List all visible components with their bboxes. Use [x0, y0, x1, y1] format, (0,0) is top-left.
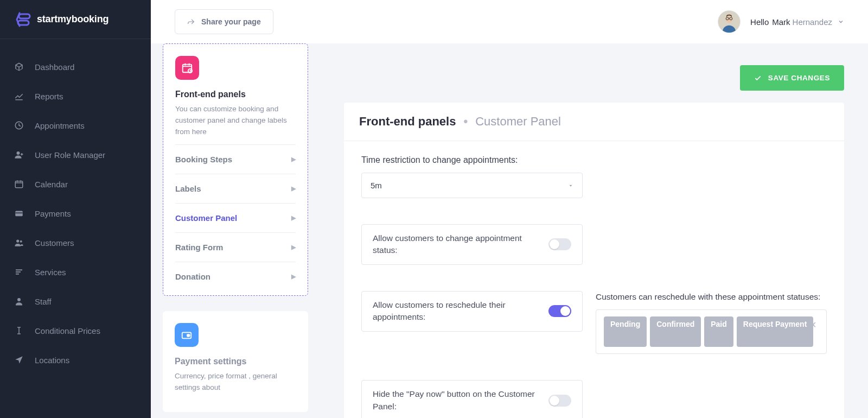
sidebar-item-label: Locations: [35, 356, 69, 365]
brand-icon: [15, 11, 33, 28]
greeting: Hello Mark Hernandez: [750, 17, 844, 27]
sidebar-item-customers[interactable]: Customers: [0, 228, 151, 257]
payment-card-title: Payment settings: [175, 357, 296, 366]
reschedule-statuses-tags[interactable]: PendingConfirmedPaidRequest Payment✕: [596, 309, 827, 354]
sidebar-item-reports[interactable]: Reports: [0, 81, 151, 111]
settings-item-labels[interactable]: Labels▶: [175, 174, 296, 203]
sidebar-item-label: Calendar: [35, 180, 68, 189]
frontend-card-icon: [175, 56, 199, 80]
cursor-icon: [14, 326, 24, 335]
wallet-icon: [14, 208, 24, 218]
clear-tags-icon[interactable]: ✕: [809, 320, 816, 330]
toggle-reschedule: Allow customers to reschedule their appo…: [361, 291, 583, 332]
svg-rect-2: [15, 181, 23, 188]
breadcrumb-dot-icon: •: [463, 115, 468, 129]
breadcrumb-sub: Customer Panel: [475, 115, 561, 129]
reschedule-statuses-label: Customers can reschedule with these appo…: [596, 291, 827, 303]
topbar: Share your page Hello Mark Hernandez: [151, 0, 868, 43]
settings-item-label: Labels: [175, 184, 201, 193]
toggle-reschedule-switch[interactable]: [548, 305, 571, 317]
status-tag[interactable]: Paid: [704, 316, 733, 347]
user-plus-icon: [14, 150, 24, 160]
settings-item-label: Booking Steps: [175, 155, 232, 164]
toggle-change-status-label: Allow customers to change appointment st…: [373, 232, 538, 257]
sidebar-item-staff[interactable]: Staff: [0, 287, 151, 316]
status-tag[interactable]: Request Payment: [737, 316, 813, 347]
main: Share your page Hello Mark Hernandez: [151, 0, 868, 418]
time-restriction-select[interactable]: 5m: [361, 173, 583, 198]
svg-rect-25: [187, 334, 190, 337]
chart-icon: [14, 91, 24, 101]
location-icon: [14, 355, 24, 365]
settings-item-label: Rating Form: [175, 243, 223, 252]
caret-right-icon: ▶: [291, 244, 296, 251]
share-page-button[interactable]: Share your page: [175, 9, 273, 34]
save-changes-button[interactable]: SAVE CHANGES: [740, 65, 844, 91]
caret-right-icon: ▶: [291, 156, 296, 163]
sidebar-item-label: Payments: [35, 209, 71, 218]
brand-logo[interactable]: startmybooking: [0, 0, 151, 39]
caret-right-icon: ▶: [291, 273, 296, 280]
payment-card-desc: Currency, price format , general setting…: [175, 371, 296, 394]
frontend-card-title: Front-end panels: [175, 90, 296, 99]
sidebar-item-label: Conditional Prices: [35, 326, 100, 335]
breadcrumb-main: Front-end panels: [359, 115, 456, 129]
toggle-hide-paynow: Hide the "Pay now" button on the Custome…: [361, 380, 583, 418]
caret-right-icon: ▶: [291, 185, 296, 192]
sidebar: startmybooking DashboardReportsAppointme…: [0, 0, 151, 418]
content: Front-end panels You can customize booki…: [151, 43, 868, 418]
settings-item-donation[interactable]: Donation▶: [175, 262, 296, 291]
person-icon: [14, 296, 24, 306]
payment-card-icon: [175, 323, 199, 347]
sidebar-item-label: Dashboard: [35, 62, 74, 72]
toggle-change-status: Allow customers to change appointment st…: [361, 224, 583, 265]
sidebar-item-label: User Role Manager: [35, 150, 105, 160]
svg-point-8: [16, 239, 19, 242]
frontend-card-desc: You can customize booking and customer p…: [175, 104, 296, 138]
toggle-change-status-switch[interactable]: [548, 238, 571, 250]
status-tag[interactable]: Pending: [604, 316, 647, 347]
time-restriction-value: 5m: [371, 181, 382, 190]
avatar: [718, 10, 741, 33]
sidebar-item-dashboard[interactable]: Dashboard: [0, 52, 151, 81]
time-restriction-label: Time restriction to change appointments:: [361, 155, 827, 165]
svg-point-1: [17, 151, 20, 155]
sidebar-item-label: Services: [35, 268, 66, 277]
sidebar-item-services[interactable]: Services: [0, 257, 151, 287]
chevron-down-icon: [568, 183, 573, 188]
detail-breadcrumb: Front-end panels • Customer Panel: [344, 103, 844, 141]
toggle-hide-paynow-switch[interactable]: [548, 395, 571, 407]
frontend-card-items: Booking Steps▶Labels▶Customer Panel▶Rati…: [163, 144, 308, 295]
sidebar-item-payments[interactable]: Payments: [0, 199, 151, 228]
detail-column: SAVE CHANGES Front-end panels • Customer…: [320, 43, 868, 418]
sidebar-nav: DashboardReportsAppointmentsUser Role Ma…: [0, 39, 151, 375]
user-menu[interactable]: Hello Mark Hernandez: [718, 10, 844, 33]
chevron-down-icon: [838, 18, 844, 25]
settings-column: Front-end panels You can customize booki…: [151, 43, 320, 418]
share-page-label: Share your page: [201, 17, 261, 26]
lines-icon: [14, 267, 24, 277]
brand-text: startmybooking: [37, 14, 108, 25]
detail-card: Front-end panels • Customer Panel Time r…: [344, 103, 844, 418]
settings-item-rating-form[interactable]: Rating Form▶: [175, 232, 296, 262]
calendar-icon: [14, 179, 24, 189]
sidebar-item-conditional-prices[interactable]: Conditional Prices: [0, 316, 151, 345]
svg-rect-6: [15, 211, 23, 217]
box-icon: [14, 62, 24, 72]
sidebar-item-appointments[interactable]: Appointments: [0, 111, 151, 140]
share-icon: [187, 18, 195, 26]
settings-item-label: Donation: [175, 272, 210, 281]
svg-point-9: [20, 240, 22, 243]
sidebar-item-user-role-manager[interactable]: User Role Manager: [0, 140, 151, 169]
svg-rect-7: [15, 213, 23, 214]
sidebar-item-label: Reports: [35, 92, 63, 101]
sidebar-item-label: Customers: [35, 238, 74, 248]
sidebar-item-locations[interactable]: Locations: [0, 345, 151, 375]
settings-item-customer-panel[interactable]: Customer Panel▶: [175, 203, 296, 232]
settings-item-booking-steps[interactable]: Booking Steps▶: [175, 144, 296, 174]
payment-settings-card: Payment settings Currency, price format …: [163, 311, 308, 412]
sidebar-item-calendar[interactable]: Calendar: [0, 169, 151, 199]
frontend-panels-card: Front-end panels You can customize booki…: [163, 43, 308, 296]
status-tag[interactable]: Confirmed: [650, 316, 701, 347]
svg-marker-26: [570, 185, 572, 186]
